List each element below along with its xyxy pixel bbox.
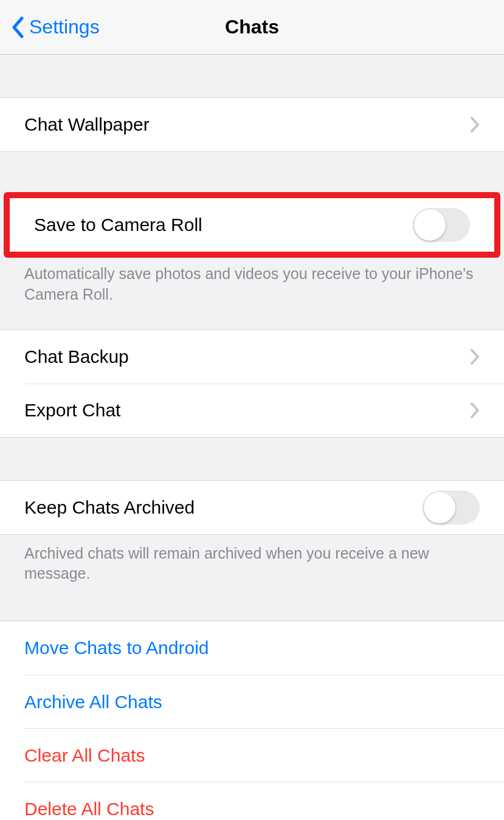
group-chat-actions: Move Chats to Android Archive All Chats … <box>0 621 504 820</box>
toggle-knob <box>414 209 446 241</box>
chat-backup-row[interactable]: Chat Backup <box>0 330 504 384</box>
move-to-android-row[interactable]: Move Chats to Android <box>0 621 504 675</box>
group-wallpaper: Chat Wallpaper <box>0 97 504 152</box>
toggle-knob <box>424 492 455 523</box>
save-to-camera-roll-toggle[interactable] <box>413 208 470 242</box>
chat-backup-label: Chat Backup <box>24 346 470 367</box>
move-to-android-label: Move Chats to Android <box>24 638 480 658</box>
keep-archived-row[interactable]: Keep Chats Archived <box>0 481 504 534</box>
archive-all-row[interactable]: Archive All Chats <box>24 675 504 728</box>
chat-wallpaper-label: Chat Wallpaper <box>24 114 470 135</box>
chevron-right-icon <box>470 402 480 419</box>
clear-all-row[interactable]: Clear All Chats <box>24 728 504 782</box>
highlight-save-to-camera-roll: Save to Camera Roll <box>4 192 500 258</box>
delete-all-label: Delete All Chats <box>24 799 480 819</box>
keep-archived-label: Keep Chats Archived <box>24 497 423 518</box>
save-to-camera-roll-label: Save to Camera Roll <box>34 215 413 235</box>
save-to-camera-roll-footer: Automatically save photos and videos you… <box>0 255 504 305</box>
group-keep-archived: Keep Chats Archived <box>0 480 504 535</box>
export-chat-label: Export Chat <box>24 400 470 421</box>
save-to-camera-roll-row[interactable]: Save to Camera Roll <box>10 198 494 252</box>
chevron-left-icon <box>11 16 24 38</box>
export-chat-row[interactable]: Export Chat <box>24 384 504 437</box>
delete-all-row[interactable]: Delete All Chats <box>24 782 504 820</box>
archive-all-label: Archive All Chats <box>24 692 480 712</box>
back-label: Settings <box>29 16 100 38</box>
group-save-camera-roll: Save to Camera Roll <box>10 198 494 252</box>
group-backup: Chat Backup Export Chat <box>0 329 504 438</box>
chevron-right-icon <box>470 116 480 133</box>
keep-archived-toggle[interactable] <box>423 491 480 525</box>
clear-all-label: Clear All Chats <box>24 745 480 766</box>
back-button[interactable]: Settings <box>11 16 100 38</box>
keep-archived-footer: Archived chats will remain archived when… <box>0 535 504 585</box>
chat-wallpaper-row[interactable]: Chat Wallpaper <box>0 98 504 151</box>
chevron-right-icon <box>470 348 480 365</box>
page-header: Settings Chats <box>0 0 504 55</box>
